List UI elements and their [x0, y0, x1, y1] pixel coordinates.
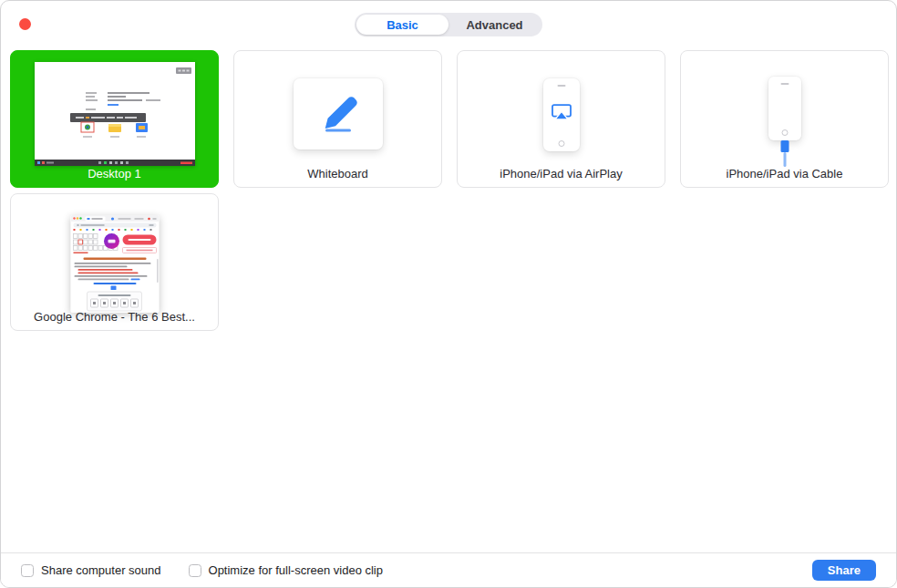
tab-advanced[interactable]: Advanced [448, 15, 541, 35]
phone-icon [543, 78, 580, 151]
share-options-grid: Desktop 1 Whiteboard [10, 50, 889, 331]
pencil-icon [317, 95, 359, 133]
tab-advanced-label: Advanced [466, 18, 522, 32]
optimize-video-option[interactable]: Optimize for full-screen video clip [189, 563, 383, 577]
phone-home-button [781, 129, 788, 136]
optimize-video-label: Optimize for full-screen video clip [209, 563, 383, 577]
tile-label-desktop-1: Desktop 1 [11, 167, 218, 181]
cable-plug-icon [780, 140, 789, 152]
airplay-icon [552, 104, 572, 124]
share-computer-sound-label: Share computer sound [41, 563, 161, 577]
cable-wire-icon [783, 152, 786, 167]
share-picker-window: Basic Advanced [0, 0, 897, 588]
tile-desktop-1[interactable]: Desktop 1 [10, 50, 219, 188]
desktop-1-thumbnail [35, 62, 195, 166]
tile-label-cable: iPhone/iPad via Cable [681, 167, 888, 181]
tile-label-airplay: iPhone/iPad via AirPlay [458, 167, 665, 181]
desktop-screen-preview [35, 62, 195, 166]
share-button[interactable]: Share [812, 560, 876, 581]
checkbox-icon[interactable] [21, 564, 34, 577]
tab-basic[interactable]: Basic [356, 15, 448, 35]
phone-icon [768, 77, 801, 140]
tile-iphone-airplay[interactable]: iPhone/iPad via AirPlay [457, 50, 665, 188]
close-button[interactable] [19, 18, 31, 30]
phone-home-button [558, 140, 564, 147]
tile-label-whiteboard: Whiteboard [234, 167, 441, 181]
tab-switcher: Basic Advanced [355, 13, 542, 36]
checkbox-icon[interactable] [189, 564, 201, 577]
tile-label-chrome: Google Chrome - The 6 Best... [11, 310, 218, 324]
tile-google-chrome[interactable]: Google Chrome - The 6 Best... [10, 193, 219, 331]
whiteboard-card [294, 78, 383, 150]
phone-speaker [557, 85, 565, 87]
chrome-window-preview [70, 215, 159, 313]
chrome-window-thumbnail [70, 215, 159, 313]
tile-iphone-cable[interactable]: iPhone/iPad via Cable [680, 50, 889, 188]
tab-basic-label: Basic [387, 18, 418, 32]
tile-whiteboard[interactable]: Whiteboard [233, 50, 442, 188]
footer-bar: Share computer sound Optimize for full-s… [1, 552, 896, 587]
phone-speaker [780, 83, 789, 85]
share-computer-sound-option[interactable]: Share computer sound [21, 563, 161, 577]
